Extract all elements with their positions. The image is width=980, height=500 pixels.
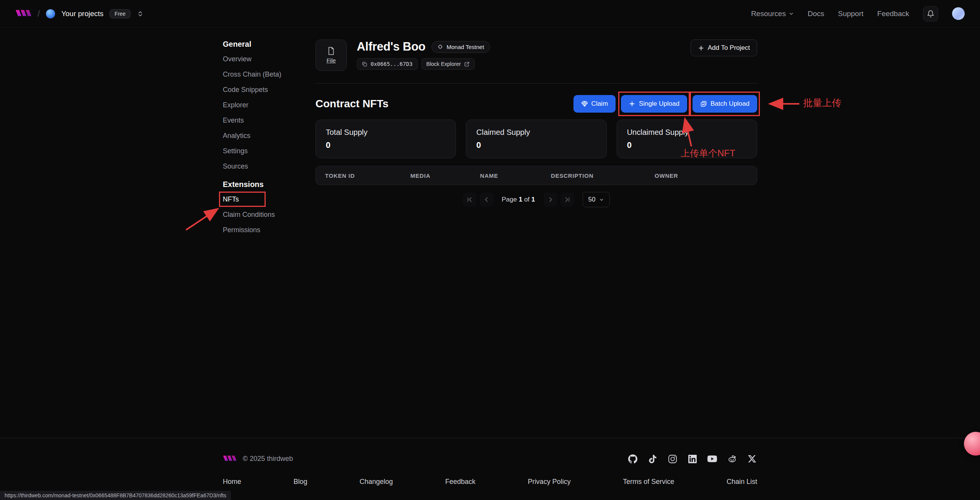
contract-sidebar: General Overview Cross Chain (Beta) Code… (223, 39, 315, 241)
plus-icon (629, 100, 635, 107)
sidebar-item-cross-chain[interactable]: Cross Chain (Beta) (223, 70, 315, 79)
column-header-description: DESCRIPTION (551, 172, 655, 179)
thirdweb-logo-icon[interactable] (15, 8, 31, 19)
sidebar-item-sources[interactable]: Sources (223, 162, 315, 170)
footer-link-chain-list[interactable]: Chain List (727, 478, 757, 486)
x-icon[interactable] (747, 454, 757, 464)
column-header-owner: OWNER (655, 172, 748, 179)
instagram-icon[interactable] (667, 454, 678, 464)
sidebar-item-explorer[interactable]: Explorer (223, 101, 315, 109)
nav-support[interactable]: Support (838, 10, 864, 18)
github-icon[interactable] (627, 454, 638, 464)
pagination-first-button[interactable] (463, 193, 477, 207)
column-header-token-id: TOKEN ID (325, 172, 410, 179)
team-avatar[interactable] (46, 9, 55, 18)
stat-label: Unclaimed Supply (627, 128, 747, 137)
chevron-down-icon (599, 197, 604, 202)
footer-link-feedback[interactable]: Feedback (445, 478, 475, 486)
top-header: / Your projects Free Resources Docs Supp… (0, 0, 980, 28)
sidebar-section-general: General (223, 39, 315, 49)
thirdweb-footer-logo-icon[interactable] (223, 454, 237, 464)
status-bar-url: https://thirdweb.com/monad-testnet/0x066… (0, 491, 231, 500)
reddit-icon[interactable] (727, 454, 737, 464)
stat-card-unclaimed-supply: Unclaimed Supply 0 (617, 120, 757, 158)
footer-link-blog[interactable]: Blog (294, 478, 307, 486)
youtube-icon[interactable] (707, 454, 717, 464)
annotation-text-batch-upload: 批量上传 (803, 97, 841, 109)
monad-diamond-icon (437, 44, 443, 50)
stat-value: 0 (476, 140, 596, 150)
file-placeholder-label: File (327, 57, 336, 64)
pagination: Page 1 of 1 50 (315, 192, 757, 207)
sidebar-section-extensions: Extensions (223, 180, 315, 189)
plan-badge: Free (109, 9, 131, 18)
stat-value: 0 (627, 140, 747, 150)
pagination-prev-button[interactable] (480, 193, 493, 207)
add-to-project-button[interactable]: Add To Project (691, 39, 757, 56)
notifications-button[interactable] (923, 6, 938, 21)
stat-card-total-supply: Total Supply 0 (315, 120, 456, 158)
header-divider (315, 83, 757, 84)
plus-icon (698, 45, 704, 51)
footer-link-home[interactable]: Home (223, 478, 241, 486)
batch-upload-button[interactable]: Batch Upload (693, 95, 757, 113)
chevron-right-icon (547, 197, 554, 203)
sidebar-item-claim-conditions[interactable]: Claim Conditions (223, 210, 315, 219)
pagination-last-button[interactable] (560, 193, 574, 207)
breadcrumb-separator: / (38, 9, 40, 19)
pagination-current-page: 1 (519, 196, 522, 203)
sidebar-item-overview[interactable]: Overview (223, 55, 315, 63)
project-switcher-label[interactable]: Your projects (61, 10, 103, 18)
chevron-last-icon (564, 197, 570, 203)
nav-feedback[interactable]: Feedback (877, 10, 909, 18)
nav-docs[interactable]: Docs (808, 10, 824, 18)
chevron-down-icon (789, 11, 794, 16)
section-title-contract-nfts: Contract NFTs (315, 98, 389, 110)
bell-icon (927, 10, 934, 18)
contract-address-chip[interactable]: 0x0665...67D3 (357, 58, 418, 70)
batch-upload-icon (700, 100, 707, 107)
annotation-arrow-nfts (186, 210, 217, 230)
pagination-total-pages: 1 (531, 196, 535, 203)
copy-icon (362, 61, 368, 67)
chevron-first-icon (467, 197, 473, 203)
column-header-name: NAME (480, 172, 551, 179)
gem-icon (581, 100, 588, 107)
file-icon (327, 47, 335, 55)
sidebar-item-settings[interactable]: Settings (223, 147, 315, 155)
contract-title: Alfred's Boo (357, 40, 425, 54)
footer-link-changelog[interactable]: Changelog (359, 478, 393, 486)
user-avatar[interactable] (952, 7, 965, 20)
network-badge: Monad Testnet (431, 41, 490, 53)
stat-value: 0 (326, 140, 446, 150)
single-upload-button[interactable]: Single Upload (621, 95, 687, 113)
stat-card-claimed-supply: Claimed Supply 0 (466, 120, 606, 158)
claim-button[interactable]: Claim (573, 95, 616, 113)
tiktok-icon[interactable] (647, 454, 658, 464)
page-size-select[interactable]: 50 (583, 192, 610, 207)
footer-links: Home Blog Changelog Feedback Privacy Pol… (223, 478, 757, 486)
sidebar-item-nfts[interactable]: NFTs (223, 195, 315, 203)
footer-link-terms-of-service[interactable]: Terms of Service (623, 478, 674, 486)
column-header-media: MEDIA (410, 172, 480, 179)
social-links (627, 454, 757, 464)
chevron-left-icon (483, 197, 490, 203)
block-explorer-chip[interactable]: Block Explorer (421, 58, 475, 70)
nft-table-header: TOKEN ID MEDIA NAME DESCRIPTION OWNER (315, 166, 757, 185)
nav-resources[interactable]: Resources (751, 10, 794, 18)
external-link-icon (464, 61, 470, 67)
sidebar-item-analytics[interactable]: Analytics (223, 131, 315, 140)
sidebar-item-code-snippets[interactable]: Code Snippets (223, 85, 315, 94)
linkedin-icon[interactable] (687, 454, 697, 464)
contract-image-placeholder: File (315, 39, 347, 71)
footer-link-privacy-policy[interactable]: Privacy Policy (528, 478, 571, 486)
copyright-text: © 2025 thirdweb (243, 455, 293, 463)
page-footer: © 2025 thirdweb (0, 438, 980, 486)
stat-label: Total Supply (326, 128, 446, 137)
stat-label: Claimed Supply (476, 128, 596, 137)
sidebar-item-permissions[interactable]: Permissions (223, 226, 315, 234)
sidebar-item-events[interactable]: Events (223, 116, 315, 125)
project-switcher-icon[interactable] (137, 10, 143, 17)
pagination-next-button[interactable] (544, 193, 557, 207)
pagination-label: Page 1 of 1 (502, 196, 535, 203)
